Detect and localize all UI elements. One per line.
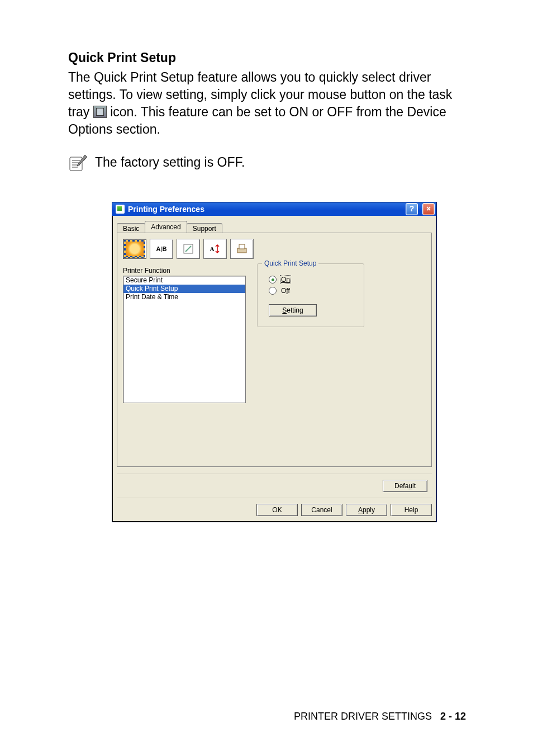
printing-preferences-dialog: Printing Preferences ? × Basic Advanced … <box>112 202 437 522</box>
footer-section: PRINTER DRIVER SETTINGS <box>294 711 432 722</box>
radio-off[interactable]: Off <box>269 286 353 295</box>
list-item-print-date-time[interactable]: Print Date & Time <box>123 293 245 301</box>
list-item-quick-print-setup[interactable]: Quick Print Setup <box>123 285 245 293</box>
group-title: Quick Print Setup <box>262 259 318 267</box>
dialog-titlebar[interactable]: Printing Preferences ? × <box>112 202 436 216</box>
radio-on-indicator <box>269 276 277 284</box>
category-graphics-icon[interactable] <box>123 239 146 259</box>
task-tray-icon <box>93 106 107 118</box>
dialog-button-row: OK Cancel Apply Help <box>112 498 436 522</box>
radio-on[interactable]: On <box>269 275 353 284</box>
cancel-button[interactable]: Cancel <box>301 504 342 516</box>
svg-rect-8 <box>239 244 245 249</box>
help-button[interactable]: Help <box>391 504 432 516</box>
note-text: The factory setting is OFF. <box>95 154 245 170</box>
advanced-tab-panel: A|B A Printer Function Secure Print Quic… <box>117 233 432 467</box>
category-icon-toolbar: A|B A <box>123 239 426 259</box>
page-footer: PRINTER DRIVER SETTINGS 2 - 12 <box>294 711 466 722</box>
note-pencil-icon <box>68 154 88 173</box>
category-av-icon[interactable]: A <box>203 239 227 259</box>
printer-function-label: Printer Function <box>123 267 246 275</box>
tab-strip: Basic Advanced Support <box>117 219 436 233</box>
help-titlebar-button[interactable]: ? <box>406 203 418 215</box>
default-button[interactable]: Default <box>383 480 427 492</box>
category-sheet-icon[interactable] <box>177 239 200 259</box>
note-block: The factory setting is OFF. <box>68 154 466 173</box>
dialog-app-icon <box>116 205 125 214</box>
printer-function-listbox[interactable]: Secure Print Quick Print Setup Print Dat… <box>123 276 246 403</box>
radio-off-indicator <box>269 287 277 295</box>
list-item-secure-print[interactable]: Secure Print <box>123 276 245 285</box>
setting-button[interactable]: Setting <box>269 304 317 316</box>
tab-advanced[interactable]: Advanced <box>145 221 187 233</box>
default-row: Default <box>117 474 432 498</box>
radio-on-label: On <box>281 276 290 284</box>
category-ab-icon[interactable]: A|B <box>150 239 173 259</box>
quick-print-setup-group: Quick Print Setup On Off Setting <box>257 263 364 327</box>
section-heading: Quick Print Setup <box>68 50 466 65</box>
category-device-icon[interactable] <box>230 239 254 259</box>
ok-button[interactable]: OK <box>256 504 298 516</box>
apply-button[interactable]: Apply <box>346 504 387 516</box>
footer-page-number: 2 - 12 <box>440 711 466 722</box>
section-body: The Quick Print Setup feature allows you… <box>68 69 466 138</box>
body-part-2: icon. This feature can be set to ON or O… <box>68 105 446 136</box>
radio-off-mnemonic: f <box>286 287 288 295</box>
dialog-title: Printing Preferences <box>128 205 204 214</box>
close-titlebar-button[interactable]: × <box>422 203 435 215</box>
